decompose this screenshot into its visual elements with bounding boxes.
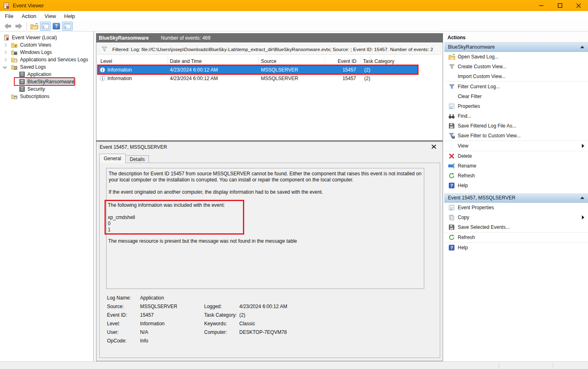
action-refresh-event[interactable]: Refresh	[444, 233, 588, 242]
field-value: Information	[140, 321, 165, 327]
preview-header-title: Event 15457, MSSQLSERVER	[100, 144, 167, 150]
action-label: Create Custom View...	[458, 64, 506, 69]
properties-icon	[448, 205, 455, 210]
action-refresh[interactable]: Refresh	[444, 171, 588, 181]
field-label: User:	[107, 329, 119, 335]
action-filter-current-log[interactable]: Filter Current Log...	[444, 82, 588, 92]
column-header-event-id[interactable]: Event ID	[325, 57, 361, 65]
tree-custom-views-label: Custom Views	[19, 42, 52, 48]
event-viewer-app-icon	[3, 2, 10, 9]
action-event-properties[interactable]: Event Properties	[444, 203, 588, 212]
action-help[interactable]: ? Help	[444, 181, 588, 190]
action-copy[interactable]: Copy	[444, 212, 588, 222]
action-save-selected-events[interactable]: Save Selected Events...	[444, 222, 588, 232]
funnel-icon	[448, 64, 455, 69]
cell-date: 4/23/2024 6:00:12 AM	[168, 76, 259, 81]
open-saved-log-toolbar-button[interactable]	[29, 22, 40, 31]
show-hide-console-tree-button[interactable]	[40, 22, 51, 31]
action-find[interactable]: Find...	[444, 111, 588, 121]
toolbar-separator	[27, 22, 27, 30]
table-header-row: Level Date and Time Source Event ID Task…	[98, 57, 417, 65]
action-import-custom-view[interactable]: Import Custom View...	[444, 72, 588, 81]
field-value: 4/23/2024 6:00:12 AM	[239, 304, 287, 309]
action-delete[interactable]: Delete	[444, 151, 588, 161]
minimize-button[interactable]	[532, 0, 550, 11]
refresh-icon	[448, 173, 455, 179]
menu-view[interactable]: View	[40, 12, 60, 20]
annotation-box-included-info: The following information was included w…	[105, 200, 244, 235]
collapse-section-icon[interactable]	[580, 46, 584, 48]
tree-item-saved-logs[interactable]: Saved Logs	[0, 63, 93, 71]
funnel-save-icon	[448, 133, 455, 139]
tab-general[interactable]: General	[99, 154, 126, 163]
action-clear-filter[interactable]: Clear Filter	[444, 92, 588, 101]
properties-icon	[448, 103, 455, 109]
show-hide-action-pane-button[interactable]	[62, 22, 73, 31]
custom-views-folder-icon	[11, 42, 18, 48]
field-value: Classic	[239, 321, 255, 327]
field-value: MSSQLSERVER	[140, 304, 177, 309]
maximize-button[interactable]	[550, 0, 569, 11]
tree-windows-logs-label: Windows Logs	[19, 49, 53, 56]
cell-task-category: (2)	[361, 76, 417, 81]
tree-apps-services-logs-label: Applications and Services Logs	[19, 56, 89, 63]
column-header-level[interactable]: Level	[98, 57, 168, 65]
field-label: Event ID:	[107, 312, 127, 318]
annotation-box-tree-selection	[14, 77, 75, 86]
field-value: N/A	[140, 329, 148, 335]
tree-security-label: Security	[26, 86, 46, 92]
menu-action[interactable]: Action	[18, 12, 40, 20]
included-info-line: 0	[108, 221, 241, 227]
action-create-custom-view[interactable]: Create Custom View...	[444, 62, 588, 72]
action-rename[interactable]: Rename	[444, 161, 588, 171]
actions-section-event-15457[interactable]: Event 15457, MSSQLSERVER	[444, 193, 588, 203]
tree-item-apps-services-logs[interactable]: Applications and Services Logs	[0, 56, 93, 63]
forward-button[interactable]	[13, 22, 24, 31]
tree-item-windows-logs[interactable]: Windows Logs	[0, 49, 93, 56]
action-properties[interactable]: Properties	[444, 101, 588, 111]
saved-logs-folder-icon	[11, 64, 18, 70]
message-resource-note: The message resource is present but the …	[108, 238, 297, 244]
submenu-arrow-icon	[582, 215, 584, 219]
windows-logs-folder-icon	[11, 49, 18, 55]
column-header-source[interactable]: Source	[259, 57, 325, 65]
back-button[interactable]	[2, 22, 13, 31]
action-open-saved-log[interactable]: Open Saved Log...	[444, 52, 588, 62]
field-label: Logged:	[204, 304, 222, 309]
action-pane-icon	[64, 23, 71, 29]
menu-help[interactable]: Help	[60, 12, 79, 20]
action-save-filter-to-custom-view[interactable]: Save Filter to Custom View...	[444, 131, 588, 141]
annotation-box-selected-row	[97, 65, 419, 75]
field-label: Task Category:	[204, 312, 237, 318]
tab-details[interactable]: Details	[126, 155, 149, 163]
close-button[interactable]	[569, 0, 588, 11]
event-row-2[interactable]: Information 4/23/2024 6:00:12 AM MSSQLSE…	[98, 74, 417, 83]
cell-source: MSSQLSERVER	[259, 76, 325, 81]
forward-arrow-icon	[15, 23, 22, 29]
tree-root-event-viewer-local[interactable]: Event Viewer (Local)	[0, 34, 93, 41]
log-name-title: BlueSkyRansomware	[99, 35, 149, 41]
menu-file[interactable]: File	[1, 12, 18, 20]
tree-item-custom-views[interactable]: Custom Views	[0, 41, 93, 49]
refresh-icon	[448, 235, 455, 240]
tree-item-security[interactable]: Security	[0, 85, 93, 93]
chevron-down-icon	[3, 65, 7, 69]
tree-item-subscriptions[interactable]: Subscriptions	[0, 93, 93, 100]
action-label: Copy	[458, 215, 469, 220]
action-label: Save Selected Events...	[458, 224, 510, 230]
action-label: Clear Filter	[458, 94, 482, 99]
action-save-filtered-log-file-as[interactable]: Save Filtered Log File As...	[444, 121, 588, 131]
action-view-submenu[interactable]: View	[444, 141, 588, 151]
column-header-date[interactable]: Date and Time	[168, 57, 259, 65]
help-toolbar-button[interactable]: ?	[51, 22, 62, 31]
main-content: Event Viewer (Local) Custom Views Window…	[0, 31, 588, 361]
title-bar: Event Viewer	[0, 0, 588, 11]
action-help-event[interactable]: ? Help	[444, 243, 588, 253]
column-header-task-category[interactable]: Task Category	[361, 57, 417, 65]
preview-close-button[interactable]	[431, 144, 437, 150]
preview-header: Event 15457, MSSQLSERVER	[96, 142, 443, 152]
actions-section-blueskyransomware[interactable]: BlueSkyRansomware	[444, 42, 588, 52]
collapse-section-icon[interactable]	[580, 197, 584, 199]
event-fields: Log Name: Application Source: MSSQLSERVE…	[104, 293, 390, 350]
action-label: Event Properties	[458, 205, 494, 210]
